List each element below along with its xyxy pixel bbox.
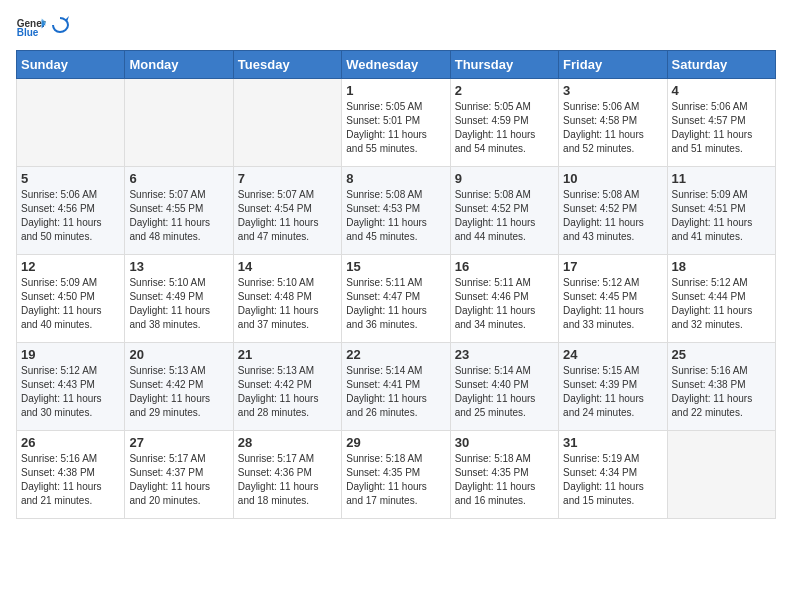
logo-bird-icon [51, 16, 69, 34]
table-row: 11Sunrise: 5:09 AMSunset: 4:51 PMDayligh… [667, 167, 775, 255]
sunrise-text: Sunrise: 5:13 AM [238, 365, 314, 376]
sunset-text: Sunset: 4:42 PM [238, 379, 312, 390]
daylight-text: Daylight: 11 hours and 37 minutes. [238, 305, 319, 330]
day-number: 12 [21, 259, 120, 274]
day-info: Sunrise: 5:06 AMSunset: 4:56 PMDaylight:… [21, 188, 120, 244]
calendar-table: Sunday Monday Tuesday Wednesday Thursday… [16, 50, 776, 519]
day-info: Sunrise: 5:18 AMSunset: 4:35 PMDaylight:… [455, 452, 554, 508]
table-row: 1Sunrise: 5:05 AMSunset: 5:01 PMDaylight… [342, 79, 450, 167]
sunrise-text: Sunrise: 5:18 AM [346, 453, 422, 464]
table-row: 8Sunrise: 5:08 AMSunset: 4:53 PMDaylight… [342, 167, 450, 255]
sunrise-text: Sunrise: 5:06 AM [21, 189, 97, 200]
daylight-text: Daylight: 11 hours and 47 minutes. [238, 217, 319, 242]
sunrise-text: Sunrise: 5:12 AM [563, 277, 639, 288]
table-row [125, 79, 233, 167]
day-number: 4 [672, 83, 771, 98]
day-info: Sunrise: 5:08 AMSunset: 4:53 PMDaylight:… [346, 188, 445, 244]
day-number: 8 [346, 171, 445, 186]
sunset-text: Sunset: 4:45 PM [563, 291, 637, 302]
table-row: 22Sunrise: 5:14 AMSunset: 4:41 PMDayligh… [342, 343, 450, 431]
sunset-text: Sunset: 4:50 PM [21, 291, 95, 302]
sunrise-text: Sunrise: 5:12 AM [672, 277, 748, 288]
daylight-text: Daylight: 11 hours and 20 minutes. [129, 481, 210, 506]
calendar-row-5: 26Sunrise: 5:16 AMSunset: 4:38 PMDayligh… [17, 431, 776, 519]
daylight-text: Daylight: 11 hours and 44 minutes. [455, 217, 536, 242]
day-number: 18 [672, 259, 771, 274]
day-number: 5 [21, 171, 120, 186]
day-info: Sunrise: 5:13 AMSunset: 4:42 PMDaylight:… [238, 364, 337, 420]
table-row: 5Sunrise: 5:06 AMSunset: 4:56 PMDaylight… [17, 167, 125, 255]
sunrise-text: Sunrise: 5:06 AM [672, 101, 748, 112]
day-number: 2 [455, 83, 554, 98]
header-sunday: Sunday [17, 51, 125, 79]
weekday-header-row: Sunday Monday Tuesday Wednesday Thursday… [17, 51, 776, 79]
sunrise-text: Sunrise: 5:14 AM [455, 365, 531, 376]
daylight-text: Daylight: 11 hours and 43 minutes. [563, 217, 644, 242]
sunrise-text: Sunrise: 5:12 AM [21, 365, 97, 376]
sunset-text: Sunset: 4:39 PM [563, 379, 637, 390]
calendar-container: General Blue [0, 0, 792, 612]
daylight-text: Daylight: 11 hours and 51 minutes. [672, 129, 753, 154]
day-number: 30 [455, 435, 554, 450]
daylight-text: Daylight: 11 hours and 25 minutes. [455, 393, 536, 418]
sunset-text: Sunset: 4:38 PM [21, 467, 95, 478]
table-row: 19Sunrise: 5:12 AMSunset: 4:43 PMDayligh… [17, 343, 125, 431]
table-row [17, 79, 125, 167]
sunrise-text: Sunrise: 5:07 AM [238, 189, 314, 200]
table-row: 2Sunrise: 5:05 AMSunset: 4:59 PMDaylight… [450, 79, 558, 167]
day-info: Sunrise: 5:08 AMSunset: 4:52 PMDaylight:… [563, 188, 662, 244]
logo-wordmark [50, 16, 70, 38]
sunset-text: Sunset: 4:52 PM [455, 203, 529, 214]
daylight-text: Daylight: 11 hours and 15 minutes. [563, 481, 644, 506]
table-row: 13Sunrise: 5:10 AMSunset: 4:49 PMDayligh… [125, 255, 233, 343]
day-number: 20 [129, 347, 228, 362]
day-info: Sunrise: 5:08 AMSunset: 4:52 PMDaylight:… [455, 188, 554, 244]
day-info: Sunrise: 5:17 AMSunset: 4:36 PMDaylight:… [238, 452, 337, 508]
day-info: Sunrise: 5:09 AMSunset: 4:50 PMDaylight:… [21, 276, 120, 332]
sunrise-text: Sunrise: 5:05 AM [455, 101, 531, 112]
day-number: 19 [21, 347, 120, 362]
day-info: Sunrise: 5:16 AMSunset: 4:38 PMDaylight:… [672, 364, 771, 420]
table-row: 14Sunrise: 5:10 AMSunset: 4:48 PMDayligh… [233, 255, 341, 343]
header-thursday: Thursday [450, 51, 558, 79]
sunset-text: Sunset: 4:36 PM [238, 467, 312, 478]
sunrise-text: Sunrise: 5:09 AM [21, 277, 97, 288]
sunrise-text: Sunrise: 5:07 AM [129, 189, 205, 200]
day-info: Sunrise: 5:06 AMSunset: 4:58 PMDaylight:… [563, 100, 662, 156]
day-number: 23 [455, 347, 554, 362]
day-number: 10 [563, 171, 662, 186]
sunrise-text: Sunrise: 5:08 AM [346, 189, 422, 200]
sunset-text: Sunset: 5:01 PM [346, 115, 420, 126]
sunset-text: Sunset: 4:37 PM [129, 467, 203, 478]
day-number: 25 [672, 347, 771, 362]
table-row: 4Sunrise: 5:06 AMSunset: 4:57 PMDaylight… [667, 79, 775, 167]
day-info: Sunrise: 5:12 AMSunset: 4:43 PMDaylight:… [21, 364, 120, 420]
sunset-text: Sunset: 4:49 PM [129, 291, 203, 302]
day-number: 16 [455, 259, 554, 274]
sunset-text: Sunset: 4:46 PM [455, 291, 529, 302]
table-row: 20Sunrise: 5:13 AMSunset: 4:42 PMDayligh… [125, 343, 233, 431]
header-tuesday: Tuesday [233, 51, 341, 79]
sunset-text: Sunset: 4:51 PM [672, 203, 746, 214]
day-info: Sunrise: 5:10 AMSunset: 4:49 PMDaylight:… [129, 276, 228, 332]
sunset-text: Sunset: 4:40 PM [455, 379, 529, 390]
daylight-text: Daylight: 11 hours and 36 minutes. [346, 305, 427, 330]
calendar-row-1: 1Sunrise: 5:05 AMSunset: 5:01 PMDaylight… [17, 79, 776, 167]
day-info: Sunrise: 5:19 AMSunset: 4:34 PMDaylight:… [563, 452, 662, 508]
sunrise-text: Sunrise: 5:16 AM [21, 453, 97, 464]
daylight-text: Daylight: 11 hours and 18 minutes. [238, 481, 319, 506]
table-row: 16Sunrise: 5:11 AMSunset: 4:46 PMDayligh… [450, 255, 558, 343]
table-row: 3Sunrise: 5:06 AMSunset: 4:58 PMDaylight… [559, 79, 667, 167]
daylight-text: Daylight: 11 hours and 38 minutes. [129, 305, 210, 330]
day-info: Sunrise: 5:09 AMSunset: 4:51 PMDaylight:… [672, 188, 771, 244]
daylight-text: Daylight: 11 hours and 26 minutes. [346, 393, 427, 418]
calendar-row-3: 12Sunrise: 5:09 AMSunset: 4:50 PMDayligh… [17, 255, 776, 343]
sunset-text: Sunset: 4:53 PM [346, 203, 420, 214]
day-info: Sunrise: 5:14 AMSunset: 4:40 PMDaylight:… [455, 364, 554, 420]
day-number: 6 [129, 171, 228, 186]
daylight-text: Daylight: 11 hours and 22 minutes. [672, 393, 753, 418]
daylight-text: Daylight: 11 hours and 40 minutes. [21, 305, 102, 330]
sunrise-text: Sunrise: 5:06 AM [563, 101, 639, 112]
day-info: Sunrise: 5:10 AMSunset: 4:48 PMDaylight:… [238, 276, 337, 332]
table-row: 15Sunrise: 5:11 AMSunset: 4:47 PMDayligh… [342, 255, 450, 343]
